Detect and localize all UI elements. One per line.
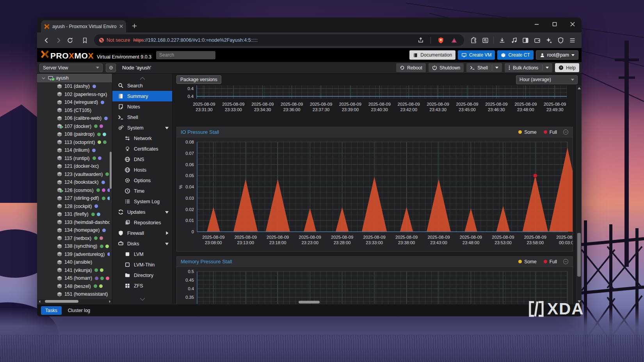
- tree-item[interactable]: 140 (ansible): [37, 258, 110, 266]
- legend-item-some[interactable]: Some: [518, 130, 536, 135]
- tree-item[interactable]: 124 (bookstack): [37, 178, 110, 186]
- tree-item[interactable]: 134 (homepage): [37, 226, 110, 234]
- nav-item-time[interactable]: Time: [112, 186, 172, 196]
- nav-item-directory[interactable]: Directory: [112, 270, 172, 280]
- tree-item[interactable]: 108 (pairdrop): [37, 130, 110, 138]
- nav-item-lvm[interactable]: LVM: [112, 249, 172, 259]
- tab-close-icon[interactable]: [119, 25, 123, 28]
- tree-item[interactable]: 115 (runtipi): [37, 154, 110, 163]
- chevron-down-icon[interactable]: [495, 67, 498, 69]
- brave-rewards-icon[interactable]: [448, 35, 459, 46]
- tree-item[interactable]: 128 (cockpit): [37, 202, 110, 211]
- shell-button[interactable]: Shell: [466, 63, 502, 72]
- leo-ai-icon[interactable]: [543, 35, 554, 46]
- nav-item-notes[interactable]: Notes: [112, 101, 172, 112]
- extensions-icon[interactable]: [468, 35, 479, 46]
- content-horizontal-scroll-thumb[interactable]: [299, 301, 320, 303]
- nav-item-repositories[interactable]: Repositories: [112, 217, 172, 228]
- tree-item[interactable]: 104 (wireguard): [37, 98, 110, 106]
- package-versions-button[interactable]: Package versions: [176, 75, 221, 84]
- url-bar[interactable]: Not secure https://192.168.0.227:8006/#v…: [94, 34, 464, 46]
- bulk-actions-button[interactable]: Bulk Actions: [505, 63, 552, 72]
- tree-item[interactable]: 105 (CT105): [37, 106, 110, 115]
- reboot-button[interactable]: Reboot: [396, 63, 426, 72]
- tree-vertical-scrollbar[interactable]: [110, 152, 112, 189]
- pve-search-input[interactable]: [156, 51, 215, 59]
- create-ct-button[interactable]: Create CT: [497, 50, 533, 60]
- tree-item[interactable]: 145 (homarr): [37, 274, 110, 282]
- content-vertical-scrollbar[interactable]: [576, 85, 582, 304]
- nav-item-hosts[interactable]: Hosts: [112, 165, 172, 175]
- expand-caret-icon[interactable]: [42, 76, 45, 80]
- menu-icon[interactable]: [567, 35, 578, 46]
- tasks-tab[interactable]: Tasks: [41, 306, 62, 315]
- tree-item[interactable]: 121 (docker-lxc): [37, 162, 110, 170]
- cluster-log-tab[interactable]: Cluster log: [68, 308, 90, 313]
- tree-item[interactable]: 131 (firefly): [37, 210, 110, 218]
- help-button[interactable]: ? Help: [555, 63, 579, 72]
- nav-item-summary[interactable]: Summary: [112, 91, 172, 101]
- user-menu-button[interactable]: root@pam: [536, 50, 578, 60]
- window-minimize-button[interactable]: [528, 18, 546, 31]
- search-panel-icon[interactable]: [480, 35, 491, 46]
- collapse-panel-icon[interactable]: [563, 259, 569, 264]
- nav-item-search[interactable]: Search: [112, 80, 172, 91]
- bookmark-icon[interactable]: [79, 35, 90, 46]
- tree-item[interactable]: 133 (heimdall-dashbo: [37, 218, 110, 227]
- window-close-button[interactable]: [564, 18, 582, 31]
- vpn-shield-icon[interactable]: [555, 35, 566, 46]
- chevron-down-icon[interactable]: [546, 67, 549, 69]
- tree-item[interactable]: 102 (paperless-ngx): [37, 90, 110, 99]
- scroll-up-icon[interactable]: [576, 85, 582, 91]
- tree-node-ayush[interactable]: ayush: [37, 74, 112, 82]
- tree-item[interactable]: 137 (netbox): [37, 234, 110, 243]
- tree-item[interactable]: 107 (docker): [37, 122, 110, 131]
- chevron-down-icon[interactable]: [165, 125, 169, 131]
- chevron-down-icon[interactable]: [165, 241, 169, 247]
- legend-item-full[interactable]: Full: [544, 130, 557, 135]
- nav-item-updates[interactable]: Updates: [112, 207, 172, 217]
- collapse-panel-icon[interactable]: [563, 129, 569, 135]
- scroll-right-icon[interactable]: [107, 300, 112, 303]
- tree-item[interactable]: 148 (beszel): [37, 282, 110, 291]
- tree-item[interactable]: 113 (octoprint): [37, 138, 110, 147]
- tree-horizontal-scrollbar[interactable]: [37, 299, 112, 304]
- tree-item[interactable]: 126 (cosmos): [37, 186, 110, 195]
- media-icon[interactable]: [508, 35, 519, 46]
- forward-icon[interactable]: [53, 35, 64, 46]
- granularity-select[interactable]: Hour (average): [516, 75, 578, 84]
- tree-item[interactable]: 139 (adventurelog): [37, 250, 110, 259]
- nav-item-certificates[interactable]: Certificates: [112, 144, 172, 154]
- nav-item-system-log[interactable]: System Log: [112, 196, 172, 207]
- nav-item-options[interactable]: Options: [112, 175, 172, 186]
- view-mode-select[interactable]: Server View: [39, 64, 103, 72]
- nav-item-lvm-thin[interactable]: LVM-Thin: [112, 259, 172, 270]
- nav-item-firewall[interactable]: Firewall: [112, 228, 172, 238]
- tree-item[interactable]: 138 (syncthing): [37, 242, 110, 250]
- tree-item[interactable]: 127 (stirling-pdf): [37, 194, 110, 202]
- window-maximize-button[interactable]: [546, 18, 564, 31]
- download-icon[interactable]: [496, 35, 507, 46]
- shutdown-button[interactable]: Shutdown: [429, 63, 464, 72]
- documentation-button[interactable]: Documentation: [409, 50, 455, 60]
- tree-item[interactable]: 106 (calibre-web): [37, 114, 110, 122]
- sidebar-icon[interactable]: [520, 35, 531, 46]
- legend-item-full[interactable]: Full: [544, 259, 557, 264]
- wallet-icon[interactable]: [532, 35, 543, 46]
- nav-scroll-down-icon[interactable]: [140, 295, 145, 302]
- tree-item[interactable]: 101 (dashy): [37, 82, 110, 90]
- tree-item[interactable]: 141 (vikunja): [37, 266, 110, 275]
- new-tab-button[interactable]: [129, 21, 139, 31]
- back-icon[interactable]: [41, 35, 52, 46]
- tree-item[interactable]: 123 (vaultwarden): [37, 170, 110, 179]
- create-vm-button[interactable]: Create VM: [458, 50, 495, 60]
- nav-item-zfs[interactable]: ZFS: [112, 280, 172, 291]
- brave-shield-icon[interactable]: [435, 35, 446, 46]
- chevron-right-icon[interactable]: [166, 231, 169, 236]
- nav-item-disks[interactable]: Disks: [112, 238, 172, 249]
- share-icon[interactable]: [415, 35, 426, 46]
- view-settings-button[interactable]: [106, 64, 116, 72]
- nav-item-shell[interactable]: Shell: [112, 112, 172, 122]
- nav-item-network[interactable]: Network: [112, 133, 172, 144]
- scroll-left-icon[interactable]: [37, 300, 42, 303]
